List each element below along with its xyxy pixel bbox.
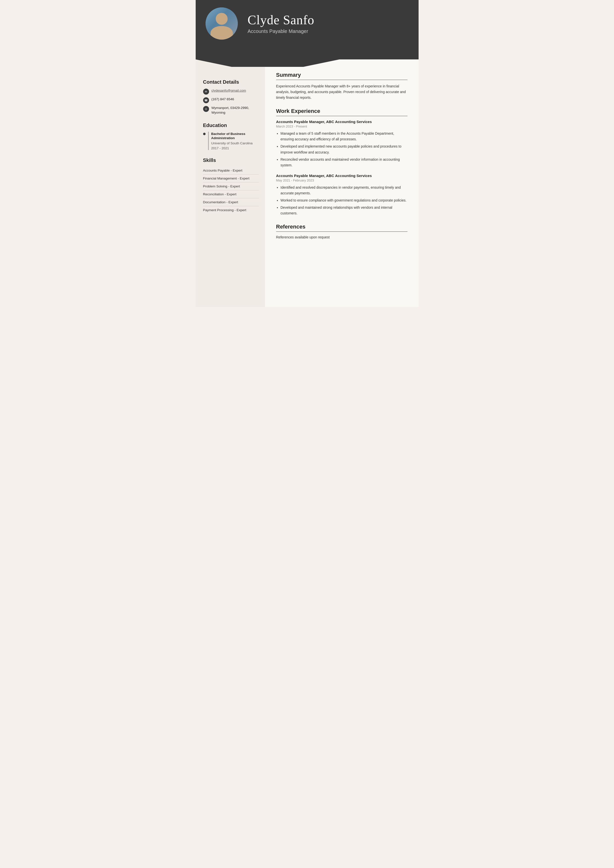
contact-address-item: ⊙ Wymanport, 03429-2990, Wyoming — [203, 106, 259, 115]
skills-list: Accounts Payable - ExpertFinancial Manag… — [203, 167, 259, 214]
education-section-title: Education — [203, 122, 259, 128]
skill-item: Reconciliation - Expert — [203, 191, 259, 198]
summary-title: Summary — [276, 72, 407, 80]
education-section: Education Bachelor of Business Administr… — [203, 122, 259, 150]
email-icon: ✉ — [203, 88, 209, 95]
work-experience-section: Work Experience Accounts Payable Manager… — [276, 108, 407, 216]
job-bullet: Developed and implemented new accounts p… — [281, 144, 407, 155]
job-title: Accounts Payable Manager, ABC Accounting… — [276, 119, 407, 124]
contact-email: clydesanfo@gmail.com — [211, 88, 246, 93]
main-layout: Contact Details ✉ clydesanfo@gmail.com ☎… — [196, 59, 418, 307]
skill-item: Documentation - Expert — [203, 198, 259, 206]
contact-section-title: Contact Details — [203, 79, 259, 85]
resume-header: Clyde Sanfo Accounts Payable Manager — [196, 0, 418, 47]
header-text: Clyde Sanfo Accounts Payable Manager — [248, 13, 314, 34]
contact-phone: (167) 847 6546 — [211, 97, 234, 102]
job-bullet: Reconciled vendor accounts and maintaine… — [281, 157, 407, 168]
skill-item: Problem Solving - Expert — [203, 183, 259, 191]
job-bullet: Developed and maintained strong relation… — [281, 205, 407, 216]
phone-icon: ☎ — [203, 97, 209, 103]
job-dates: May 2021 - February 2023 — [276, 178, 407, 182]
skill-item: Accounts Payable - Expert — [203, 167, 259, 175]
contact-section: Contact Details ✉ clydesanfo@gmail.com ☎… — [203, 79, 259, 115]
edu-bullet-icon — [203, 133, 205, 135]
work-experience-title: Work Experience — [276, 108, 407, 116]
skill-item: Payment Processing - Expert — [203, 206, 259, 214]
job-entry: Accounts Payable Manager, ABC Accounting… — [276, 174, 407, 216]
skills-section: Skills Accounts Payable - ExpertFinancia… — [203, 158, 259, 214]
education-item: Bachelor of Business Administration Univ… — [203, 132, 259, 150]
avatar — [205, 8, 238, 40]
skill-item: Financial Management - Expert — [203, 175, 259, 183]
candidate-name: Clyde Sanfo — [248, 13, 314, 27]
job-dates: March 2023 - Present — [276, 124, 407, 128]
job-bullets: Managed a team of 5 staff members in the… — [281, 131, 407, 168]
skills-section-title: Skills — [203, 158, 259, 163]
edu-content: Bachelor of Business Administration Univ… — [208, 132, 259, 150]
contact-address: Wymanport, 03429-2990, Wyoming — [211, 106, 249, 115]
references-text: References available upon request — [276, 235, 407, 239]
job-title: Accounts Payable Manager, ABC Accounting… — [276, 174, 407, 178]
references-title: References — [276, 223, 407, 232]
job-bullet: Managed a team of 5 staff members in the… — [281, 131, 407, 142]
edu-degree: Bachelor of Business Administration — [211, 132, 259, 140]
summary-text: Experienced Accounts Payable Manager wit… — [276, 84, 407, 101]
job-bullet: Identified and resolved discrepancies in… — [281, 185, 407, 196]
references-section: References References available upon req… — [276, 223, 407, 239]
sidebar: Contact Details ✉ clydesanfo@gmail.com ☎… — [196, 59, 265, 307]
contact-email-item: ✉ clydesanfo@gmail.com — [203, 88, 259, 95]
job-bullets: Identified and resolved discrepancies in… — [281, 185, 407, 216]
jobs-list: Accounts Payable Manager, ABC Accounting… — [276, 119, 407, 216]
edu-school: University of South Carolina — [211, 141, 259, 146]
job-bullet: Worked to ensure compliance with governm… — [281, 198, 407, 203]
chevron-divider — [196, 47, 418, 59]
candidate-title: Accounts Payable Manager — [248, 28, 314, 34]
summary-section: Summary Experienced Accounts Payable Man… — [276, 72, 407, 101]
location-icon: ⊙ — [203, 106, 209, 112]
edu-years: 2017 - 2021 — [211, 146, 259, 150]
job-entry: Accounts Payable Manager, ABC Accounting… — [276, 119, 407, 168]
email-link[interactable]: clydesanfo@gmail.com — [211, 88, 246, 92]
contact-phone-item: ☎ (167) 847 6546 — [203, 97, 259, 103]
main-content: Summary Experienced Accounts Payable Man… — [265, 59, 418, 307]
